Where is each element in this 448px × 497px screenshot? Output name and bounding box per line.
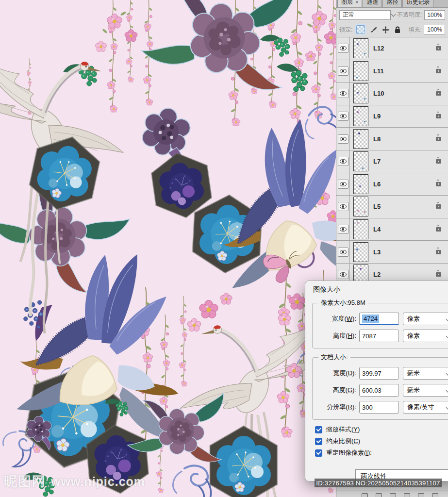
pixel-width-unit-select[interactable]: 像素 [403, 313, 448, 325]
visibility-eye-icon[interactable] [338, 180, 348, 189]
visibility-eye-icon[interactable] [338, 44, 348, 53]
tab-history-label: 历史记录 [406, 0, 430, 5]
visibility-eye-icon[interactable] [338, 134, 348, 144]
visibility-eye-icon[interactable] [338, 157, 348, 166]
layer-row[interactable]: L4 [336, 218, 448, 241]
layer-thumbnail[interactable] [353, 197, 368, 216]
photoshop-window: 昵图网 www.nipic.com 图层× 通道 路径 历史记录 正常 不透明度… [0, 0, 448, 497]
layer-thumbnail[interactable] [353, 106, 368, 126]
visibility-eye-icon[interactable] [338, 202, 348, 211]
dialog-options: 缩放样式(Y) 约束比例(C) 重定图像像素(I): [315, 425, 448, 457]
document-size-legend: 文档大小: [318, 353, 350, 362]
layer-row[interactable]: L5 [336, 196, 448, 218]
adjustment-layer-icon[interactable] [390, 493, 396, 497]
new-layer-icon[interactable] [418, 493, 424, 497]
layer-row[interactable]: L6 [336, 173, 448, 196]
layer-thumbnail[interactable] [353, 83, 368, 103]
visibility-eye-icon[interactable] [338, 66, 348, 76]
chevron-down-icon [446, 333, 448, 338]
visibility-cell [336, 105, 350, 128]
layer-name[interactable]: L5 [373, 203, 381, 210]
visibility-eye-icon[interactable] [338, 89, 348, 98]
checkbox-checked-icon[interactable] [315, 438, 322, 445]
layer-row[interactable]: L11 [336, 60, 448, 83]
scale-styles-label: 缩放样式(Y) [326, 425, 360, 434]
layer-row[interactable]: L7 [336, 150, 448, 173]
layer-thumbnail[interactable] [353, 174, 368, 194]
tab-paths[interactable]: 路径 [382, 0, 402, 7]
tab-layers-label: 图层 [341, 0, 353, 5]
delete-layer-icon[interactable] [432, 493, 438, 497]
nipic-logo: 昵图网 [4, 473, 46, 490]
layer-lock-icon [436, 272, 441, 277]
layer-lock-icon [436, 227, 441, 232]
new-group-icon[interactable] [404, 493, 410, 497]
tab-channels[interactable]: 通道 [363, 0, 382, 7]
blend-mode-select[interactable]: 正常 [339, 10, 391, 20]
visibility-eye-icon[interactable] [338, 270, 348, 279]
pixel-size-group: 像素大小:95.8M 宽度(W): 4724 像素 高度(H): 7087 像素 [312, 298, 448, 348]
tab-layers[interactable]: 图层× [337, 0, 362, 7]
lock-all-icon[interactable] [394, 26, 401, 33]
visibility-cell [336, 37, 350, 60]
doc-width-input[interactable]: 399.97 [359, 367, 399, 380]
pixel-width-input[interactable]: 4724 [359, 313, 399, 325]
tab-channels-label: 通道 [366, 0, 378, 5]
scale-styles-checkbox[interactable]: 缩放样式(Y) [315, 425, 448, 434]
layer-thumbnail[interactable] [353, 219, 368, 239]
doc-height-input[interactable]: 600.03 [359, 384, 399, 397]
resolution-input[interactable]: 300 [359, 401, 399, 414]
dialog-title: 图像大小 [305, 281, 448, 294]
layer-row[interactable]: L10 [336, 83, 448, 105]
doc-width-unit-select[interactable]: 毫米 [403, 367, 448, 380]
opacity-input[interactable]: 100% [424, 10, 445, 20]
document-size-group: 文档大小: 宽度(D): 399.97 毫米 高度(G): 600.03 毫米 … [312, 353, 448, 420]
layer-row[interactable]: L3 [336, 241, 448, 264]
chevron-down-icon[interactable] [391, 12, 396, 17]
layer-name[interactable]: L10 [373, 90, 384, 97]
layer-thumbnail[interactable] [353, 242, 368, 262]
layer-row[interactable]: L12 [336, 37, 448, 60]
doc-height-label: 高度(G): [316, 386, 356, 395]
layer-row[interactable]: L9 [336, 105, 448, 128]
fx-icon[interactable] [362, 493, 368, 497]
layer-thumbnail[interactable] [353, 151, 368, 171]
lock-row: 锁定: 填充: 100% [336, 22, 448, 37]
visibility-eye-icon[interactable] [338, 248, 348, 257]
tab-history[interactable]: 历史记录 [402, 0, 433, 7]
document-canvas[interactable]: 昵图网 www.nipic.com [0, 0, 336, 497]
resolution-unit-select[interactable]: 像素/英寸 [403, 401, 448, 414]
visibility-eye-icon[interactable] [338, 112, 348, 121]
layer-name[interactable]: L11 [373, 67, 384, 75]
doc-height-unit-select[interactable]: 毫米 [403, 384, 448, 397]
layer-lock-icon [436, 159, 441, 164]
checkbox-checked-icon[interactable] [315, 426, 322, 433]
layer-lock-icon [436, 250, 441, 254]
layer-mask-icon[interactable] [376, 493, 382, 497]
lock-paint-icon[interactable] [370, 26, 377, 33]
image-size-dialog: 图像大小 像素大小:95.8M 宽度(W): 4724 像素 高度(H): 70… [305, 281, 448, 481]
close-tab-icon[interactable]: × [355, 0, 358, 5]
layer-name[interactable]: L3 [373, 248, 381, 256]
layer-name[interactable]: L9 [373, 113, 381, 120]
layer-row[interactable]: L8 [336, 128, 448, 150]
resample-image-checkbox[interactable]: 重定图像像素(I): [315, 448, 448, 457]
layer-name[interactable]: L8 [373, 135, 381, 143]
pixel-height-unit-select[interactable]: 像素 [403, 330, 448, 342]
layer-name[interactable]: L6 [373, 181, 381, 188]
checkbox-checked-icon[interactable] [315, 449, 322, 457]
constrain-proportions-checkbox[interactable]: 约束比例(C) [315, 437, 448, 446]
visibility-eye-icon[interactable] [338, 225, 348, 234]
layer-thumbnail[interactable] [353, 61, 368, 81]
layer-name[interactable]: L4 [373, 226, 381, 233]
lock-transparency-icon[interactable] [356, 25, 365, 34]
lock-move-icon[interactable] [382, 26, 389, 33]
layer-thumbnail[interactable] [353, 38, 368, 58]
fill-input[interactable]: 100% [424, 25, 445, 34]
layer-name[interactable]: L2 [373, 271, 381, 278]
pixel-height-input[interactable]: 7087 [359, 330, 399, 342]
nipic-url: www.nipic.com [51, 475, 145, 489]
layer-name[interactable]: L12 [373, 45, 384, 52]
layer-name[interactable]: L7 [373, 158, 381, 165]
layer-thumbnail[interactable] [353, 129, 368, 149]
